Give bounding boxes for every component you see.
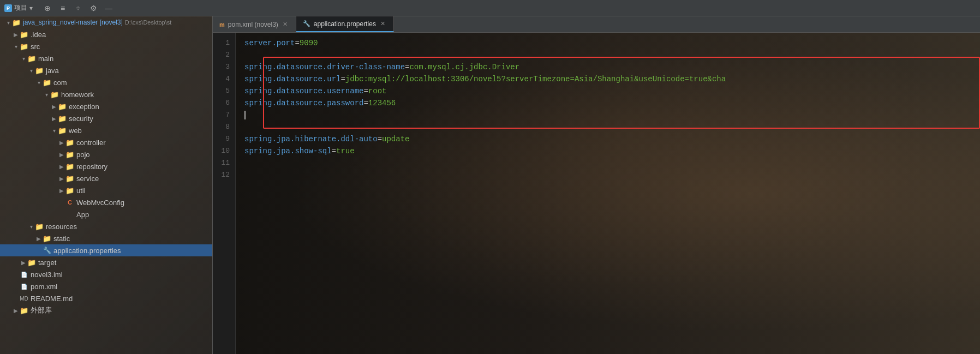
project-dropdown-icon[interactable]: ▾ [29, 4, 33, 12]
tab-pom-label: pom.xml (novel3) [228, 21, 278, 28]
add-tab-button[interactable]: ⊕ [41, 2, 53, 14]
sidebar-item-external-libs[interactable]: ▶ 📁 外部库 [0, 304, 212, 316]
homework-arrow: ▾ [43, 91, 50, 98]
split-button[interactable]: ÷ [72, 2, 84, 14]
code-line-1: server.port=9090 [244, 37, 971, 49]
sidebar-item-readme[interactable]: ▶ MD README.md [0, 292, 212, 304]
idea-label: .idea [31, 31, 46, 39]
tab-pom-icon: m [219, 21, 225, 28]
sidebar-item-java[interactable]: ▾ 📁 java [0, 64, 212, 76]
minimize-button[interactable]: — [103, 2, 115, 14]
tree-root[interactable]: ▾ 📁 java_spring_novel-master [novel3] D:… [0, 16, 212, 28]
props-label: application.properties [53, 247, 121, 255]
sidebar-item-exception[interactable]: ▶ 📁 exception [0, 100, 212, 112]
target-arrow: ▶ [20, 259, 27, 266]
line9-key: spring.jpa.hibernate.ddl-auto [244, 135, 378, 143]
line3-key: spring.datasource.driver-class-name [244, 63, 405, 71]
src-arrow: ▾ [12, 43, 20, 50]
text-cursor [244, 111, 246, 119]
line-num-2: 2 [213, 49, 230, 61]
tab-bar: m pom.xml (novel3) ✕ 🔧 application.prope… [213, 16, 980, 33]
line-num-8: 8 [213, 121, 230, 133]
sidebar-item-resources[interactable]: ▾ 📁 resources [0, 220, 212, 232]
line6-key: spring.datasource.password [244, 99, 363, 107]
line6-val: 123456 [368, 99, 396, 107]
sidebar-item-pojo[interactable]: ▶ 📁 pojo [0, 148, 212, 160]
service-label: service [76, 175, 99, 183]
sidebar-item-controller[interactable]: ▶ 📁 controller [0, 136, 212, 148]
title-bar: P 项目 ▾ ⊕ ≡ ÷ ⚙ — [0, 0, 980, 16]
service-folder-icon: 📁 [65, 174, 74, 183]
sidebar-item-com[interactable]: ▾ 📁 com [0, 76, 212, 88]
tab-pom-close[interactable]: ✕ [282, 21, 289, 28]
resources-arrow: ▾ [27, 223, 35, 230]
sidebar-item-application-properties[interactable]: ▶ 🔧 application.properties [0, 244, 212, 256]
line-num-9: 9 [213, 133, 230, 145]
tab-props-close[interactable]: ✕ [379, 20, 387, 28]
com-folder-icon: 📁 [43, 78, 51, 87]
line10-val: true [336, 147, 355, 155]
code-line-4: spring.datasource.url=jdbc:mysql://local… [244, 73, 971, 85]
repository-arrow: ▶ [58, 163, 65, 170]
tab-application-properties[interactable]: 🔧 application.properties ✕ [296, 16, 394, 32]
target-folder-icon: 📁 [27, 258, 36, 267]
line-num-6: 6 [213, 97, 230, 109]
tab-props-label: application.properties [314, 20, 376, 28]
line9-val: update [382, 135, 409, 143]
readme-icon: MD [20, 294, 28, 303]
sidebar-item-src[interactable]: ▾ 📁 src [0, 40, 212, 52]
line-num-11: 11 [213, 157, 230, 169]
sidebar-item-idea[interactable]: ▶ 📁 .idea [0, 28, 212, 40]
code-content[interactable]: server.port=9090 spring.datasource.drive… [236, 33, 980, 354]
sidebar-item-util[interactable]: ▶ 📁 util [0, 184, 212, 196]
code-editor[interactable]: 1 2 3 4 5 6 7 8 9 10 11 12 server.port=9… [213, 33, 980, 354]
line1-key: server.port [244, 39, 295, 47]
sidebar-item-web[interactable]: ▾ 📁 web [0, 124, 212, 136]
line-num-4: 4 [213, 73, 230, 85]
code-line-7 [244, 109, 971, 121]
web-arrow: ▾ [50, 127, 58, 134]
root-folder-icon: 📁 [12, 18, 21, 27]
web-label: web [69, 127, 82, 135]
sidebar-item-static[interactable]: ▶ 📁 static [0, 232, 212, 244]
service-arrow: ▶ [58, 175, 65, 182]
sidebar-item-security[interactable]: ▶ 📁 security [0, 112, 212, 124]
exception-label: exception [69, 103, 99, 111]
static-folder-icon: 📁 [43, 234, 51, 243]
line4-val: jdbc:mysql://localhost:3306/novel5?serve… [345, 75, 726, 83]
sidebar-item-service[interactable]: ▶ 📁 service [0, 172, 212, 184]
line-num-1: 1 [213, 37, 230, 49]
project-menu-label[interactable]: 项目 [14, 3, 27, 13]
line-num-10: 10 [213, 145, 230, 157]
sidebar-item-target[interactable]: ▶ 📁 target [0, 256, 212, 268]
controller-label: controller [76, 139, 105, 147]
exception-arrow: ▶ [50, 103, 58, 110]
settings-button[interactable]: ⚙ [87, 2, 99, 14]
line3-val: com.mysql.cj.jdbc.Driver [409, 63, 519, 71]
util-arrow: ▶ [58, 187, 65, 194]
resources-label: resources [46, 223, 77, 231]
sidebar-item-webmvcconfig[interactable]: ▶ C WebMvcConfig [0, 196, 212, 208]
sidebar-item-main[interactable]: ▾ 📁 main [0, 52, 212, 64]
sidebar-item-repository[interactable]: ▶ 📁 repository [0, 160, 212, 172]
code-line-2 [244, 49, 971, 61]
repository-folder-icon: 📁 [65, 162, 74, 171]
title-bar-left: P 项目 ▾ [4, 3, 33, 13]
static-label: static [53, 235, 70, 243]
util-folder-icon: 📁 [65, 186, 74, 195]
root-path: D:\cxs\Desktop\st [125, 19, 172, 26]
code-line-3: spring.datasource.driver-class-name=com.… [244, 61, 971, 73]
main-folder-icon: 📁 [27, 54, 36, 63]
controller-arrow: ▶ [58, 139, 65, 146]
structure-button[interactable]: ≡ [57, 2, 69, 14]
sidebar-item-novel3-iml[interactable]: ▶ 📄 novel3.iml [0, 268, 212, 280]
editor-area: m pom.xml (novel3) ✕ 🔧 application.prope… [213, 16, 980, 354]
tab-pom-xml[interactable]: m pom.xml (novel3) ✕ [213, 16, 296, 32]
sidebar-item-app[interactable]: ▶ App [0, 208, 212, 220]
code-line-10: spring.jpa.show-sql=true [244, 145, 971, 157]
sidebar-item-homework[interactable]: ▾ 📁 homework [0, 88, 212, 100]
pom-icon: 📄 [20, 282, 28, 291]
project-icon: P [4, 4, 12, 12]
src-folder-icon: 📁 [20, 42, 28, 51]
sidebar-item-pom-xml[interactable]: ▶ 📄 pom.xml [0, 280, 212, 292]
